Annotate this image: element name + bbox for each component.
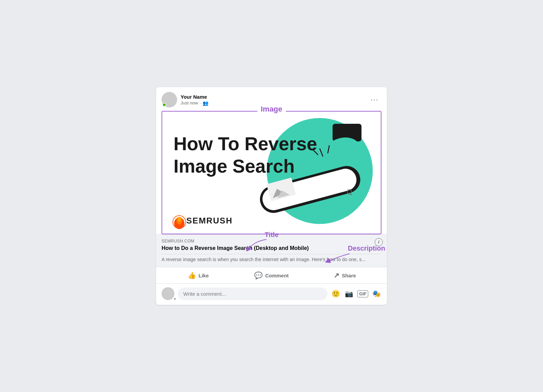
privacy-icon: 👥 [203,100,208,106]
link-domain: SEMRUSH.COM [162,239,381,243]
svg-text:Image Search: Image Search [173,156,295,177]
post-time: Just now · 👥 [181,100,208,106]
action-bar: 👍 Like 💬 Comment ↗ Share [156,267,387,283]
comment-bar: ▾ 🙂 📷 GIF 🎭 [156,283,387,305]
gif-button[interactable]: GIF [357,290,368,297]
online-status-dot [162,103,166,107]
post-meta: Your Name Just now · 👥 [181,94,208,106]
comment-avatar-wrap: ▾ [162,287,174,300]
svg-text:SEMRUSH: SEMRUSH [186,216,232,225]
chevron-down-icon: ▾ [174,297,176,301]
svg-text:How To Reverse: How To Reverse [173,133,317,154]
comment-avatar [162,287,174,300]
link-preview: SEMRUSH.COM How to Do a Reverse Image Se… [156,234,387,267]
image-section: How To Reverse Image Search [162,111,381,234]
like-label: Like [199,273,209,278]
link-preview-section: Title Description [156,234,387,267]
comment-icon: 💬 [254,271,263,279]
more-options-button[interactable]: ··· [368,95,381,105]
comment-emoji-icons: 🙂 📷 GIF 🎭 [331,289,381,298]
comment-button[interactable]: 💬 Comment [235,269,308,282]
share-icon: ↗ [334,271,339,279]
comment-label: Comment [265,273,288,278]
avatar-wrap [162,92,177,107]
share-label: Share [342,273,356,278]
share-button[interactable]: ↗ Share [308,269,381,282]
like-icon: 👍 [188,271,196,279]
image-annotation-label: Image [261,105,282,113]
svg-point-22 [177,217,181,222]
sticker-button[interactable]: 🎭 [372,289,381,298]
emoji-button[interactable]: 🙂 [331,289,341,298]
camera-button[interactable]: 📷 [344,289,354,298]
post-image: How To Reverse Image Search [162,112,381,234]
link-title: How to Do a Reverse Image Search (Deskto… [162,245,381,252]
facebook-post-card: Your Name Just now · 👥 ··· Image [156,87,387,305]
link-description: A reverse image search is when you searc… [162,254,381,263]
post-author-section: Your Name Just now · 👥 [162,92,208,107]
comment-input[interactable] [178,288,327,300]
like-button[interactable]: 👍 Like [162,269,235,282]
author-name: Your Name [181,94,208,100]
link-info-button[interactable]: i [375,238,383,246]
